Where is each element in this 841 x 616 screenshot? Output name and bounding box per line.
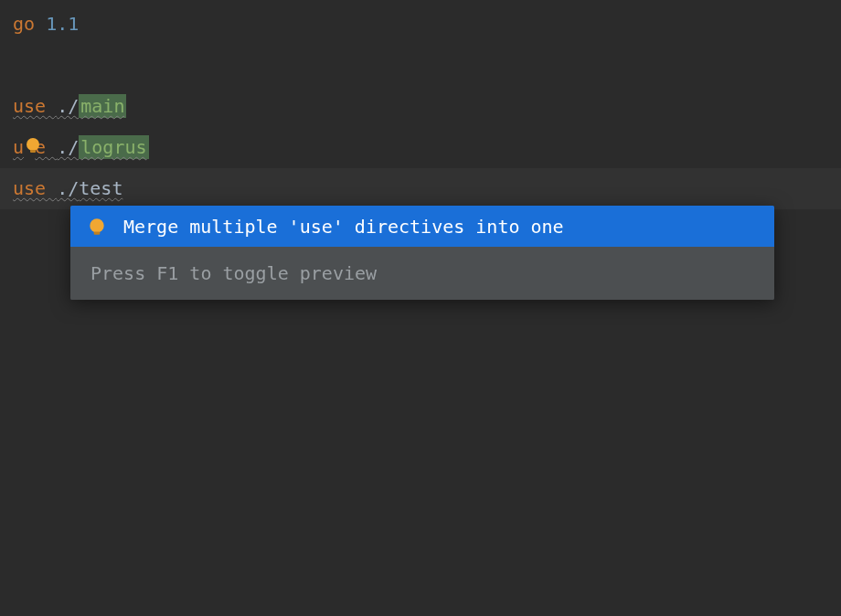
code-editor[interactable]: go 1.1 use ./main use ./logrus use ./tes… [0,0,841,213]
bulb-icon [87,217,107,237]
code-line-4[interactable]: use ./logrus [0,127,841,168]
path-prefix: ./ [57,95,79,117]
use-keyword: use [13,177,57,199]
svg-point-2 [90,218,103,232]
path-test: test [79,177,122,199]
code-line-2-blank[interactable] [0,45,841,86]
intention-popup-footer: Press F1 to toggle preview [70,247,774,300]
code-line-1[interactable]: go 1.1 [0,4,841,45]
path-prefix: ./ [57,136,79,158]
code-line-3[interactable]: use ./main [0,86,841,127]
path-main: main [79,94,126,118]
svg-point-0 [27,138,39,151]
path-logrus: logrus [79,135,148,159]
path-prefix: ./ [57,177,79,199]
use-keyword-partial-u: u [13,136,24,158]
go-keyword: go [13,13,35,35]
code-line-5-current[interactable]: use ./test [0,168,841,209]
intention-action-label: Merge multiple 'use' directives into one [123,216,564,238]
bulb-icon [24,136,42,154]
svg-rect-3 [94,231,101,234]
intention-bulb-inline[interactable] [24,136,42,154]
svg-rect-1 [30,150,36,153]
use-keyword: use [13,95,57,117]
toggle-preview-hint: Press F1 to toggle preview [90,262,377,284]
intention-popup: Merge multiple 'use' directives into one… [70,206,774,300]
go-version: 1.1 [46,13,79,35]
intention-action-item[interactable]: Merge multiple 'use' directives into one [70,206,774,247]
